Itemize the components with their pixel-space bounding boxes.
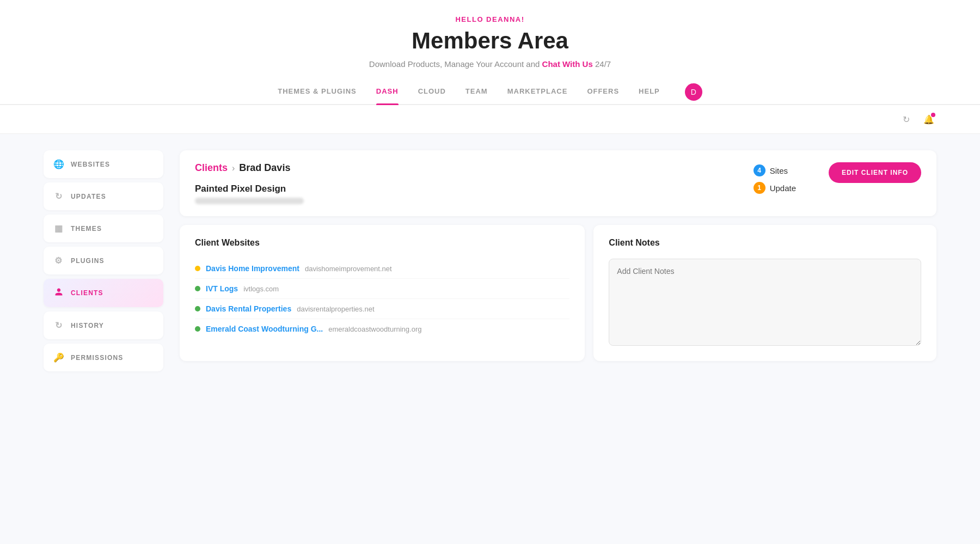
nav-item-help[interactable]: HELP [639, 80, 660, 104]
refresh-icon: ↻ [903, 114, 910, 125]
sidebar-item-clients[interactable]: CLIENTS [44, 279, 163, 307]
sidebar-label-themes: THEMES [71, 225, 102, 233]
website-name-4[interactable]: Emerald Coast Woodturning G... [206, 325, 323, 333]
main-layout: 🌐 WEBSITES ↻ UPDATES ▦ THEMES ⚙ PLUGINS … [0, 134, 980, 515]
client-stats: 4 Sites 1 Update [754, 164, 796, 194]
main-nav: THEMES & PLUGINS DASH CLOUD TEAM MARKETP… [0, 80, 980, 105]
website-url-4: emeraldcoastwoodturning.org [328, 325, 421, 333]
nav-item-cloud[interactable]: CLOUD [418, 80, 446, 104]
themes-icon: ▦ [53, 223, 64, 234]
breadcrumb-current: Brad Davis [239, 162, 290, 174]
chat-link[interactable]: Chat With Us [542, 59, 593, 69]
sidebar-item-websites[interactable]: 🌐 WEBSITES [44, 150, 163, 178]
website-name-1[interactable]: Davis Home Improvement [206, 264, 299, 273]
website-item-1: Davis Home Improvement davishomeimprovem… [195, 259, 569, 279]
breadcrumb-clients-link[interactable]: Clients [195, 162, 228, 174]
sites-badge: 4 [754, 164, 765, 176]
nav-item-team[interactable]: TEAM [465, 80, 488, 104]
client-header-card: Clients › Brad Davis Painted Pixel Desig… [180, 150, 936, 216]
notification-dot [931, 113, 935, 117]
notes-panel: Client Notes [593, 225, 936, 361]
status-dot-green-2 [195, 286, 200, 291]
notifications-button[interactable]: 🔔 [921, 112, 936, 127]
sidebar-label-history: HISTORY [71, 322, 104, 329]
updates-stat: 1 Update [754, 182, 796, 194]
toolbar: ↻ 🔔 [0, 105, 980, 134]
sidebar-item-plugins[interactable]: ⚙ PLUGINS [44, 247, 163, 274]
hello-greeting: HELLO DEANNA! [0, 15, 980, 23]
nav-item-dash[interactable]: DASH [376, 80, 399, 104]
updates-badge: 1 [754, 182, 765, 194]
sidebar-item-permissions[interactable]: 🔑 PERMISSIONS [44, 344, 163, 371]
breadcrumb: Clients › Brad Davis [195, 162, 304, 174]
sidebar-label-websites: WEBSITES [71, 161, 110, 168]
globe-icon: 🌐 [53, 159, 64, 169]
sidebar-label-plugins: PLUGINS [71, 257, 105, 265]
sidebar-label-updates: UPDATES [71, 193, 106, 200]
refresh-button[interactable]: ↻ [898, 112, 914, 127]
bottom-panels: Client Websites Davis Home Improvement d… [180, 225, 936, 361]
websites-panel: Client Websites Davis Home Improvement d… [180, 225, 585, 361]
sidebar-item-updates[interactable]: ↻ UPDATES [44, 182, 163, 210]
sidebar-label-clients: CLIENTS [71, 289, 103, 297]
permissions-icon: 🔑 [53, 352, 64, 363]
updates-icon: ↻ [53, 191, 64, 201]
breadcrumb-separator: › [232, 163, 235, 173]
status-dot-yellow [195, 266, 200, 271]
website-name-3[interactable]: Davis Rental Properties [206, 304, 291, 313]
website-url-2: ivtlogs.com [243, 285, 279, 293]
client-company-name: Painted Pixel Design [195, 184, 304, 194]
sidebar-item-history[interactable]: ↻ HISTORY [44, 311, 163, 339]
website-item-2: IVT Logs ivtlogs.com [195, 279, 569, 299]
updates-label: Update [770, 184, 796, 193]
subtitle: Download Products, Manage Your Account a… [0, 59, 980, 69]
content-area: Clients › Brad Davis Painted Pixel Desig… [180, 150, 936, 499]
sidebar-item-themes[interactable]: ▦ THEMES [44, 215, 163, 242]
websites-panel-title: Client Websites [195, 238, 569, 248]
website-item-4: Emerald Coast Woodturning G... emeraldco… [195, 319, 569, 339]
website-url-1: davishomeimprovement.net [305, 265, 392, 273]
sidebar: 🌐 WEBSITES ↻ UPDATES ▦ THEMES ⚙ PLUGINS … [44, 150, 163, 499]
plugins-icon: ⚙ [53, 255, 64, 266]
client-info: Painted Pixel Design [195, 184, 304, 204]
user-avatar[interactable]: D [685, 83, 702, 101]
notes-panel-title: Client Notes [609, 238, 921, 248]
sidebar-label-permissions: PERMISSIONS [71, 354, 124, 362]
status-dot-green-4 [195, 326, 200, 332]
website-name-2[interactable]: IVT Logs [206, 284, 238, 293]
page-title: Members Area [0, 28, 980, 54]
website-url-3: davisrentalproperties.net [297, 305, 374, 313]
website-item-3: Davis Rental Properties davisrentalprope… [195, 299, 569, 319]
edit-client-button[interactable]: EDIT CLIENT INFO [829, 162, 921, 183]
nav-item-themes-plugins[interactable]: THEMES & PLUGINS [278, 80, 357, 104]
client-email-blurred [195, 198, 304, 204]
status-dot-green-3 [195, 306, 200, 311]
page-header: HELLO DEANNA! Members Area Download Prod… [0, 0, 980, 105]
sites-label: Sites [770, 166, 788, 175]
client-notes-textarea[interactable] [609, 259, 921, 346]
nav-item-marketplace[interactable]: MARKETPLACE [507, 80, 568, 104]
clients-icon [53, 288, 64, 298]
nav-item-offers[interactable]: OFFERS [587, 80, 619, 104]
history-icon: ↻ [53, 320, 64, 331]
sites-stat: 4 Sites [754, 164, 796, 176]
